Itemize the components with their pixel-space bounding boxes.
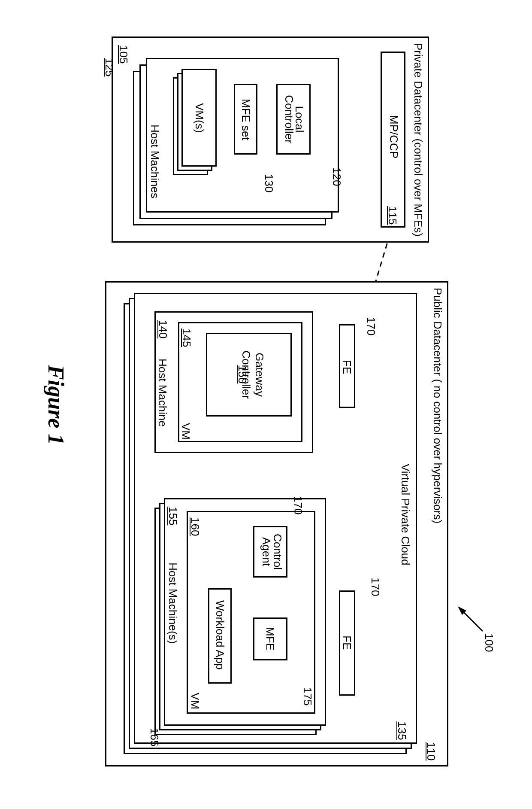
control-agent-label: ControlAgent: [261, 526, 283, 578]
fe-left-label: FE: [340, 360, 354, 374]
ref-175: 175: [301, 687, 314, 706]
ref-105: 105: [117, 45, 130, 64]
vm-right-box: [187, 511, 315, 714]
ref-130: 130: [262, 174, 275, 192]
fe-left-ref: 170: [364, 317, 378, 335]
vm-right-label: VM: [188, 693, 202, 709]
vpc-label: Virtual Private Cloud: [399, 464, 412, 566]
fe-right-ref: 170: [369, 578, 382, 596]
ref-115: 115: [386, 206, 399, 225]
ref-125: 125: [103, 58, 116, 76]
private-dc-title: Private Datacenter (control over MFEs): [411, 43, 425, 237]
svg-marker-1: [458, 606, 466, 615]
ref-160: 160: [188, 517, 202, 536]
ref-155: 155: [166, 507, 179, 525]
vms-label: VM(s): [193, 103, 206, 133]
ref-150: 150: [236, 365, 249, 383]
diagram-root: 100 Private Datacenter (control over MFE…: [0, 0, 532, 809]
host-left-label: Host Machine: [156, 359, 169, 427]
ref-140: 140: [156, 320, 169, 338]
ref-120: 120: [330, 167, 343, 186]
vm-left-label: VM: [179, 423, 192, 440]
workload-label: Workload App: [213, 600, 227, 669]
ref-135: 135: [395, 721, 408, 740]
mfe-label: MFE: [263, 627, 277, 651]
ref-100: 100: [482, 633, 496, 652]
ref-110: 110: [424, 742, 438, 760]
ref-165: 165: [148, 728, 161, 746]
fe-right-label: FE: [340, 636, 354, 650]
local-controller-label: Local Controller: [284, 86, 305, 152]
public-dc-title: Public Datacenter ( no control over hype…: [431, 288, 444, 523]
svg-line-0: [461, 610, 483, 631]
host-machines-label: Host Machines: [148, 125, 161, 198]
figure-caption: Figure 1: [43, 365, 69, 445]
host-right-label: Host Machine(s): [166, 563, 179, 644]
ref-145: 145: [180, 328, 193, 347]
mfe-set-label: MFE set: [239, 99, 252, 140]
control-agent-ref: 170: [291, 496, 305, 514]
mpccp-label: MP/CCP: [387, 115, 400, 158]
